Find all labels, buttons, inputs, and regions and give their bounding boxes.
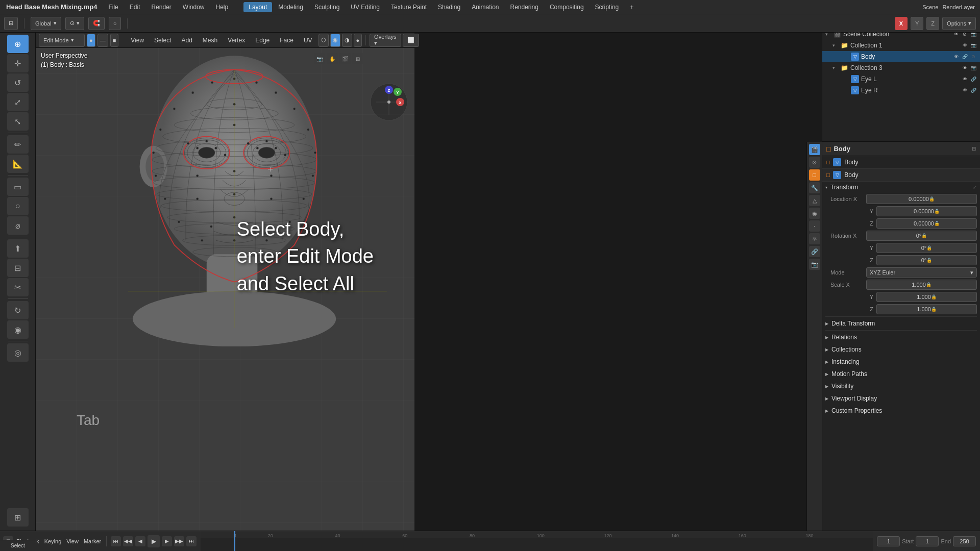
coll3-vis-eye[interactable]: 👁: [961, 64, 968, 71]
prop-tab-object[interactable]: □: [809, 169, 820, 181]
start-frame-field[interactable]: 1: [916, 536, 939, 546]
jump-end-btn[interactable]: ⏭: [186, 536, 197, 546]
transform-tool-btn[interactable]: ⤡: [7, 112, 29, 131]
vp-icon-grid[interactable]: ⊞: [352, 53, 363, 64]
body-vis-eye[interactable]: 👁: [952, 53, 960, 60]
prop-tab-modifier[interactable]: 🔧: [809, 182, 820, 193]
location-x-field[interactable]: 0.00000 🔒: [866, 194, 977, 204]
eyeleft-vis-eye[interactable]: 👁: [961, 76, 968, 83]
scale-tool-btn[interactable]: ⤢: [7, 93, 29, 111]
coll1-vis-eye[interactable]: 👁: [961, 42, 968, 49]
outliner-collection1-row[interactable]: ▾ 📁 Collection 1 👁 📷: [822, 40, 980, 51]
hbar-view[interactable]: View: [127, 36, 148, 45]
hbar-face[interactable]: Face: [276, 36, 298, 45]
outliner-body-row[interactable]: ▽ Body 👁 🔗 ⊙: [822, 51, 980, 62]
next-frame-btn[interactable]: ▶: [162, 536, 172, 546]
prop-tab-data[interactable]: △: [809, 195, 820, 206]
body-vis-2[interactable]: 🔗: [961, 53, 968, 60]
timeline-area[interactable]: 1 20 40 60 80 100 120 140 160 180: [201, 531, 873, 551]
menu-render[interactable]: Render: [146, 2, 176, 12]
next-keyframe-btn[interactable]: ▶▶: [174, 536, 184, 546]
scale-z-field[interactable]: 1.000 🔒: [876, 304, 977, 314]
snap-toggle[interactable]: 🧲: [88, 17, 105, 30]
vp-icon-hand[interactable]: ✋: [327, 53, 338, 64]
shading-solid-btn[interactable]: ◉: [330, 34, 340, 47]
prop-tab-scene[interactable]: 🎬: [809, 144, 820, 155]
scale-y-field[interactable]: 1.000 🔒: [876, 292, 977, 302]
outliner-eyeleft-row[interactable]: ▽ Eye L 👁 🔗: [822, 73, 980, 85]
jump-start-btn[interactable]: ⏮: [111, 536, 121, 546]
viewport-3d[interactable]: User Perspective (1) Body : Basis Select…: [36, 33, 414, 531]
rotation-mode-dropdown[interactable]: XYZ Euler ▾: [866, 267, 977, 278]
rotate-tool-btn[interactable]: ↺: [7, 73, 29, 92]
scale-z-lock[interactable]: 🔒: [931, 307, 937, 312]
prop-tab-view[interactable]: ⊙: [809, 157, 820, 168]
mesh-vert-btn[interactable]: ●: [87, 34, 95, 47]
workspace-modeling[interactable]: Modeling: [273, 2, 308, 12]
transform-pivot-btn[interactable]: ⊙ ▾: [65, 17, 84, 30]
shading-mat-btn[interactable]: ◑: [342, 34, 352, 47]
spin-btn[interactable]: ↻: [7, 301, 29, 319]
rotation-z-field[interactable]: 0° 🔒: [876, 255, 977, 265]
knife-btn[interactable]: ✂: [7, 278, 29, 296]
prop-tab-material[interactable]: ◉: [809, 208, 820, 219]
shading-render-btn[interactable]: ●: [354, 34, 362, 47]
workspace-add[interactable]: +: [625, 2, 639, 12]
transform-section-header[interactable]: ▾ Transform ⤢: [822, 182, 980, 193]
rotation-y-lock[interactable]: 🔒: [926, 245, 932, 251]
vp-icon-camera[interactable]: 📷: [314, 53, 325, 64]
instancing-header[interactable]: ▶ Instancing: [822, 356, 980, 367]
mesh-face-btn[interactable]: ■: [110, 34, 119, 47]
view-layer-icon[interactable]: ⊞: [4, 17, 18, 30]
transform-coord-btn[interactable]: Global ▾: [31, 17, 61, 30]
delta-transform-header[interactable]: ▶ Delta Transform: [822, 318, 980, 329]
eyeright-vis-2[interactable]: 🔗: [970, 87, 977, 94]
scale-y-lock[interactable]: 🔒: [931, 294, 937, 299]
xray-btn[interactable]: ⬜: [403, 34, 419, 47]
coll3-vis-render[interactable]: 📷: [970, 64, 977, 71]
workspace-scripting[interactable]: Scripting: [590, 2, 624, 12]
current-frame-field[interactable]: 1: [877, 536, 900, 546]
marker-btn[interactable]: Marker: [82, 538, 103, 544]
keying-btn[interactable]: Keying: [42, 538, 64, 544]
prop-tab-particles[interactable]: ·: [809, 220, 820, 232]
prop-tab-constraints[interactable]: 🔗: [809, 246, 820, 257]
workspace-texture-paint[interactable]: Texture Paint: [386, 2, 432, 12]
gizmo-y-btn[interactable]: Y: [911, 17, 923, 30]
outliner-collection3-row[interactable]: ▾ 📁 Collection 3 👁 📷: [822, 62, 980, 73]
workspace-compositing[interactable]: Compositing: [545, 2, 589, 12]
box-select-btn[interactable]: ▭: [7, 178, 29, 196]
hbar-uv[interactable]: UV: [300, 36, 316, 45]
motion-paths-header[interactable]: ▶ Motion Paths: [822, 368, 980, 380]
workspace-layout[interactable]: Layout: [243, 2, 272, 12]
smooth-vert-btn[interactable]: ◉: [7, 320, 29, 339]
workspace-animation[interactable]: Animation: [467, 2, 504, 12]
workspace-rendering[interactable]: Rendering: [505, 2, 544, 12]
shading-orb-btn[interactable]: ◎: [7, 343, 29, 362]
move-tool-btn[interactable]: ✛: [7, 54, 29, 72]
hbar-add[interactable]: Add: [177, 36, 196, 45]
relations-header[interactable]: ▶ Relations: [822, 332, 980, 343]
gizmo-z-btn[interactable]: Z: [926, 17, 939, 30]
hbar-edge[interactable]: Edge: [251, 36, 274, 45]
bottom-nav-btn[interactable]: ⊞: [7, 508, 29, 527]
menu-edit[interactable]: Edit: [125, 2, 145, 12]
circle-select-btn[interactable]: ○: [7, 197, 29, 215]
gizmo-x-btn[interactable]: X: [895, 17, 908, 30]
hbar-vertex[interactable]: Vertex: [224, 36, 249, 45]
collections-header[interactable]: ▶ Collections: [822, 344, 980, 355]
rotation-x-lock[interactable]: 🔒: [921, 233, 927, 238]
prop-tab-render[interactable]: 📷: [809, 259, 820, 270]
menu-help[interactable]: Help: [211, 2, 234, 12]
vp-icon-movie[interactable]: 🎬: [339, 53, 351, 64]
visibility-header[interactable]: ▶ Visibility: [822, 381, 980, 392]
prop-tab-physics[interactable]: ⚛: [809, 233, 820, 244]
measure-tool-btn[interactable]: 📐: [7, 155, 29, 173]
timeline-playhead[interactable]: [234, 531, 235, 551]
prev-frame-btn[interactable]: ◀: [135, 536, 145, 546]
menu-file[interactable]: File: [103, 2, 123, 12]
proportional-edit[interactable]: ○: [109, 17, 121, 30]
outliner-eyeright-row[interactable]: ▽ Eye R 👁 🔗: [822, 85, 980, 96]
coll1-vis-render[interactable]: 📷: [970, 42, 977, 49]
custom-props-header[interactable]: ▶ Custom Properties: [822, 405, 980, 416]
